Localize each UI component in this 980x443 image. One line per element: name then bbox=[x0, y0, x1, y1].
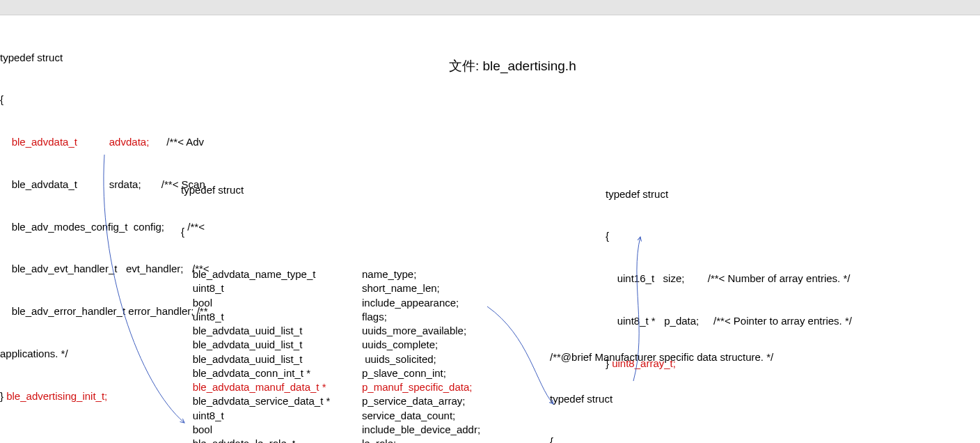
struct-row: uint16_t size; /**< Number of array entr… bbox=[606, 272, 852, 286]
comment: /**< Adv bbox=[166, 136, 204, 148]
struct-row: uint8_tshort_name_len; bbox=[181, 281, 480, 295]
typedef-keyword: typedef struct bbox=[181, 183, 480, 197]
struct-row: ble_advdata_uuid_list_tuuids_complete; bbox=[181, 338, 480, 352]
struct-row: ble_advdata_name_type_tname_type; bbox=[181, 267, 480, 281]
field-advdata: advdata; bbox=[109, 136, 150, 148]
struct-row: ble_advdata_service_data_t *p_service_da… bbox=[181, 394, 480, 408]
struct-row: ble_adv_error_handler_t error_handler; /… bbox=[0, 304, 210, 318]
open-brace: { bbox=[181, 225, 480, 239]
struct-row: boolinclude_ble_device_addr; bbox=[181, 423, 480, 437]
struct-name: ble_advertising_init_t; bbox=[6, 390, 107, 402]
typedef-keyword: typedef struct bbox=[0, 51, 210, 65]
struct-row: ble_advdata_manuf_data_t *p_manuf_specif… bbox=[181, 380, 480, 394]
file-title: 文件: ble_adertising.h bbox=[449, 57, 576, 75]
open-brace: { bbox=[550, 435, 942, 443]
struct-ble-advdata: typedef struct { ble_advdata_name_type_t… bbox=[181, 155, 480, 443]
struct-row: uint8_tflags; bbox=[181, 310, 480, 324]
struct-row: applications. */ bbox=[0, 347, 210, 361]
struct-row: ble_advdata_uuid_list_t uuids_solicited; bbox=[181, 352, 480, 366]
struct-row: ble_adv_evt_handler_t evt_handler; /**< bbox=[0, 262, 210, 276]
struct-row: ble_advdata_conn_int_t *p_slave_conn_int… bbox=[181, 366, 480, 380]
close-brace: } ble_advertising_init_t; bbox=[0, 389, 210, 403]
typedef-keyword: typedef struct bbox=[606, 187, 852, 201]
struct-row: boolinclude_appearance; bbox=[181, 296, 480, 310]
open-brace: { bbox=[0, 93, 210, 107]
struct-row: ble_adv_modes_config_t config; /**< bbox=[0, 220, 210, 234]
struct-ble-advdata-manuf-data: /**@brief Manufacturer specific data str… bbox=[550, 322, 942, 443]
open-brace: { bbox=[606, 229, 852, 243]
struct-row: uint8_tservice_data_count; bbox=[181, 409, 480, 423]
page-content: 文件: ble_adertising.h typedef struct { bl… bbox=[0, 15, 980, 29]
struct-row: ble_advdata_le_role_tle_role; bbox=[181, 437, 480, 443]
window-topbar bbox=[0, 0, 980, 15]
type-ble-advdata-t: ble_advdata_t bbox=[12, 136, 77, 148]
struct-row: ble_advdata_t advdata; /**< Adv bbox=[0, 135, 210, 149]
struct-row: ble_advdata_uuid_list_tuuids_more_availa… bbox=[181, 324, 480, 338]
brief-comment: /**@brief Manufacturer specific data str… bbox=[550, 350, 942, 364]
typedef-keyword: typedef struct bbox=[550, 392, 942, 406]
struct-ble-advertising-init: typedef struct { ble_advdata_t advdata; … bbox=[0, 22, 210, 431]
struct-row: ble_advdata_t srdata; /**< Scan bbox=[0, 178, 210, 192]
